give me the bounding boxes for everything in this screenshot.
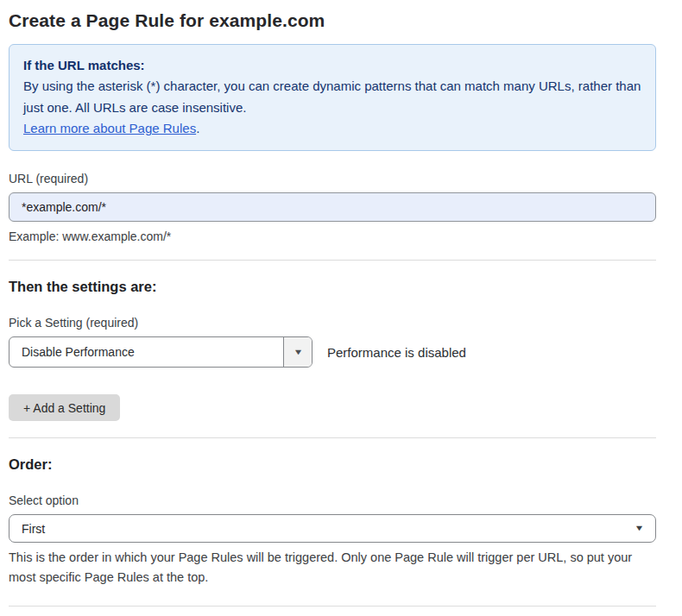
- setting-select-arrow-button[interactable]: ▼: [283, 337, 312, 367]
- page-rule-form: Create a Page Rule for example.com If th…: [0, 0, 682, 616]
- learn-more-link[interactable]: Learn more about Page Rules: [23, 121, 196, 135]
- order-help-text: This is the order in which your Page Rul…: [9, 548, 647, 587]
- url-input[interactable]: [9, 192, 656, 222]
- add-setting-button[interactable]: + Add a Setting: [9, 394, 120, 421]
- chevron-down-icon: ▼: [293, 349, 303, 356]
- order-select-label: Select option: [9, 493, 656, 507]
- page-title: Create a Page Rule for example.com: [9, 10, 656, 31]
- order-section-heading: Order:: [9, 456, 656, 473]
- order-select[interactable]: First ▼: [9, 514, 656, 543]
- chevron-down-icon: ▼: [635, 525, 645, 532]
- url-match-info-box: If the URL matches: By using the asteris…: [9, 44, 656, 151]
- divider: [9, 260, 656, 261]
- divider: [9, 437, 656, 438]
- setting-select-value: Disable Performance: [9, 337, 283, 367]
- setting-select[interactable]: Disable Performance ▼: [9, 336, 313, 368]
- url-example-text: Example: www.example.com/*: [9, 228, 656, 246]
- link-suffix: .: [196, 121, 199, 135]
- url-field-label: URL (required): [9, 172, 656, 185]
- setting-picker-label: Pick a Setting (required): [9, 316, 656, 330]
- info-box-heading: If the URL matches:: [23, 55, 641, 76]
- order-select-value: First: [22, 522, 45, 536]
- info-box-body-text: By using the asterisk (*) character, you…: [23, 79, 641, 114]
- info-box-body: By using the asterisk (*) character, you…: [23, 76, 641, 139]
- setting-picker-row: Disable Performance ▼ Performance is dis…: [9, 336, 656, 368]
- settings-section-heading: Then the settings are:: [9, 279, 656, 295]
- divider: [9, 606, 656, 607]
- setting-status-text: Performance is disabled: [327, 345, 466, 360]
